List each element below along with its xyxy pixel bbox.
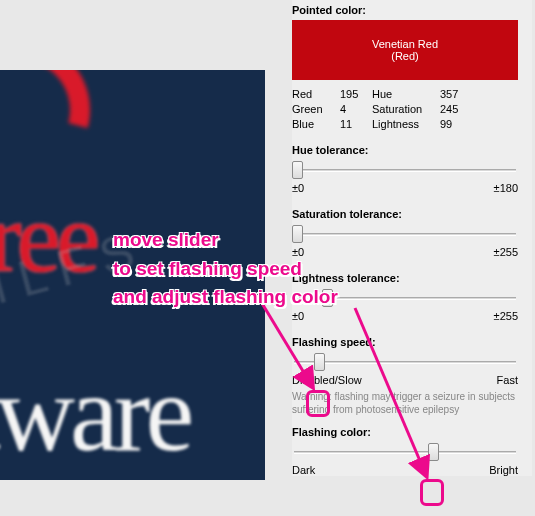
- flashing-color-label: Flashing color:: [292, 426, 526, 438]
- green-value: 4: [340, 103, 372, 115]
- lightness-tolerance-section: Lightness tolerance: ±0 ±255: [292, 272, 526, 322]
- green-label: Green: [292, 103, 340, 115]
- flash-color-max: Bright: [489, 464, 518, 476]
- slider-thumb[interactable]: [292, 161, 303, 179]
- color-panel: Pointed color: Venetian Red (Red) Red 19…: [292, 0, 532, 476]
- flashing-color-slider[interactable]: [292, 442, 518, 462]
- flashing-color-section: Flashing color: Dark Bright: [292, 426, 526, 476]
- color-values: Red 195 Hue 357 Green 4 Saturation 245 B…: [292, 88, 526, 130]
- lightness-value: 99: [440, 118, 472, 130]
- flash-speed-max: Fast: [497, 374, 518, 386]
- flash-speed-min: Disabled/Slow: [292, 374, 362, 386]
- saturation-tolerance-slider[interactable]: [292, 224, 518, 244]
- hue-tol-min: ±0: [292, 182, 304, 194]
- swatch-name: Venetian Red: [372, 38, 438, 50]
- blue-label: Blue: [292, 118, 340, 130]
- hue-label: Hue: [372, 88, 440, 100]
- lightness-tolerance-slider[interactable]: [292, 288, 518, 308]
- red-value: 195: [340, 88, 372, 100]
- sat-tol-max: ±255: [494, 246, 518, 258]
- slider-thumb[interactable]: [322, 289, 333, 307]
- flashing-speed-label: Flashing speed:: [292, 336, 526, 348]
- color-swatch: Venetian Red (Red): [292, 20, 518, 80]
- pointed-color-label: Pointed color:: [292, 4, 526, 16]
- lightness-label: Lightness: [372, 118, 440, 130]
- slider-thumb[interactable]: [292, 225, 303, 243]
- epilepsy-warning: Warning: flashing may trigger a seizure …: [292, 390, 518, 416]
- red-label: Red: [292, 88, 340, 100]
- sat-tol-min: ±0: [292, 246, 304, 258]
- saturation-label: Saturation: [372, 103, 440, 115]
- lightness-tolerance-label: Lightness tolerance:: [292, 272, 526, 284]
- flashing-speed-slider[interactable]: [292, 352, 518, 372]
- preview-image: free I L F S tware: [0, 70, 265, 480]
- flashing-speed-section: Flashing speed: Disabled/Slow Fast: [292, 336, 526, 386]
- slider-thumb[interactable]: [428, 443, 439, 461]
- flash-color-min: Dark: [292, 464, 315, 476]
- hue-value: 357: [440, 88, 472, 100]
- hue-tolerance-slider[interactable]: [292, 160, 518, 180]
- saturation-tolerance-label: Saturation tolerance:: [292, 208, 526, 220]
- blue-value: 11: [340, 118, 372, 130]
- light-tol-min: ±0: [292, 310, 304, 322]
- slider-thumb[interactable]: [314, 353, 325, 371]
- hue-tolerance-section: Hue tolerance: ±0 ±180: [292, 144, 526, 194]
- hue-tolerance-label: Hue tolerance:: [292, 144, 526, 156]
- saturation-value: 245: [440, 103, 472, 115]
- light-tol-max: ±255: [494, 310, 518, 322]
- saturation-tolerance-section: Saturation tolerance: ±0 ±255: [292, 208, 526, 258]
- logo-text-tware: tware: [0, 350, 189, 477]
- hue-tol-max: ±180: [494, 182, 518, 194]
- swatch-group: (Red): [391, 50, 419, 62]
- highlight-flashing-color: [420, 479, 444, 506]
